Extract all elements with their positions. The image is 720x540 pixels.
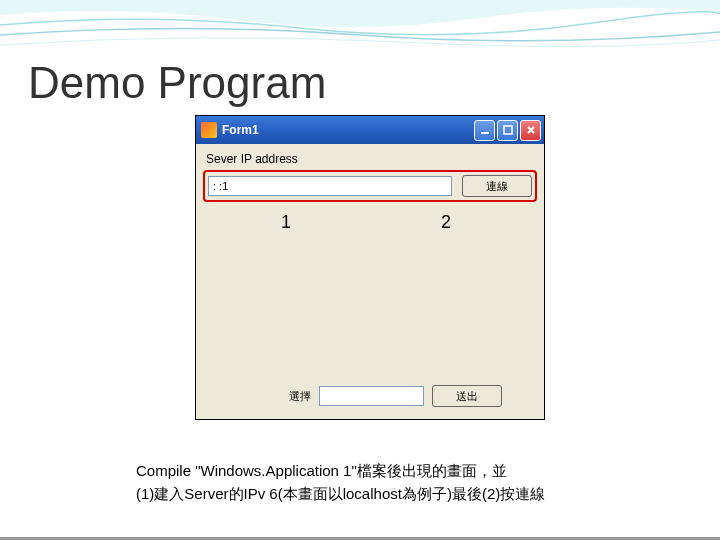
maximize-button[interactable] xyxy=(497,120,518,141)
svg-rect-1 xyxy=(504,126,512,134)
caption-line-1: Compile "Windows.Application 1"檔案後出現的畫面，… xyxy=(136,460,545,483)
window-controls xyxy=(474,120,541,141)
svg-rect-0 xyxy=(481,132,489,134)
server-ip-input[interactable] xyxy=(208,176,452,196)
callout-two: 2 xyxy=(441,212,451,233)
window-titlebar[interactable]: Form1 xyxy=(196,116,544,144)
slide-title: Demo Program xyxy=(28,58,326,108)
caption-line-2: (1)建入Server的IPv 6(本畫面以localhost為例子)最後(2)… xyxy=(136,483,545,506)
callout-labels: 1 2 xyxy=(206,212,534,233)
server-ip-label: Sever IP address xyxy=(206,152,534,166)
connect-button[interactable]: 連線 xyxy=(462,175,532,197)
close-button[interactable] xyxy=(520,120,541,141)
callout-one: 1 xyxy=(281,212,291,233)
demo-window: Form1 Sever IP address 連線 1 2 選擇 送出 xyxy=(195,115,545,420)
window-title: Form1 xyxy=(222,123,259,137)
titlebar-left: Form1 xyxy=(201,122,259,138)
minimize-button[interactable] xyxy=(474,120,495,141)
bottom-row: 選擇 送出 xyxy=(206,385,534,407)
highlighted-row: 連線 xyxy=(203,170,537,202)
select-label: 選擇 xyxy=(206,389,311,404)
send-button[interactable]: 送出 xyxy=(432,385,502,407)
window-client-area: Sever IP address 連線 1 2 選擇 送出 xyxy=(196,144,544,419)
app-icon xyxy=(201,122,217,138)
slide-caption: Compile "Windows.Application 1"檔案後出現的畫面，… xyxy=(136,460,545,505)
select-input[interactable] xyxy=(319,386,424,406)
